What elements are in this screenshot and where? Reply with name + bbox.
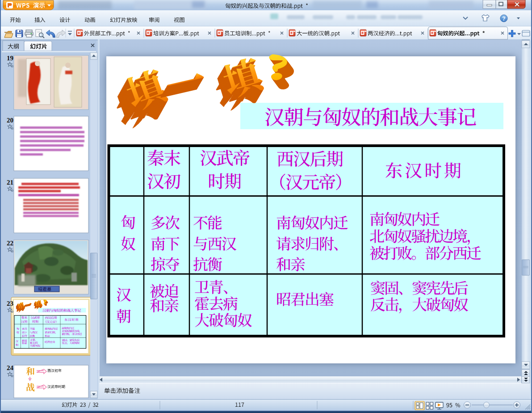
svg-text:20: 20 <box>7 117 13 124</box>
svg-text:22: 22 <box>7 240 13 247</box>
svg-text:21: 21 <box>7 179 13 186</box>
svg-text:19: 19 <box>7 55 13 62</box>
svg-text:?: ? <box>502 16 505 22</box>
svg-text:24: 24 <box>7 364 14 371</box>
svg-text:23: 23 <box>7 300 13 307</box>
